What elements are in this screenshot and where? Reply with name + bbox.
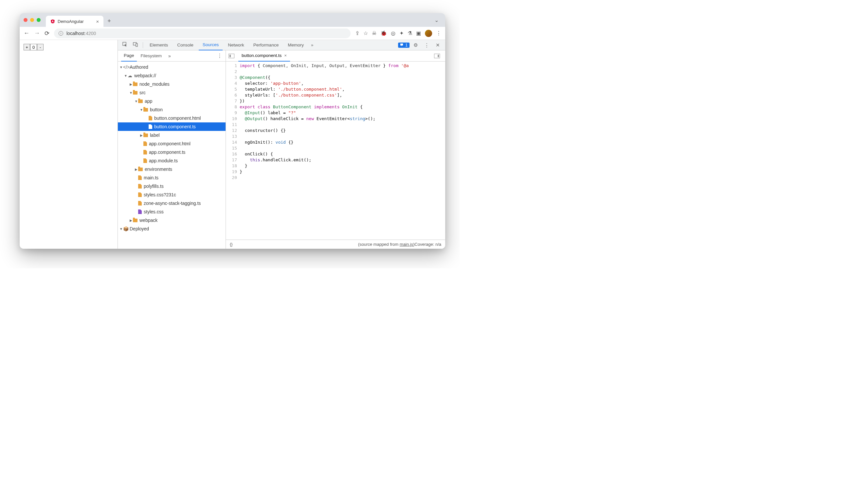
- close-window-button[interactable]: [23, 18, 28, 22]
- tree-folder[interactable]: ▼button: [118, 105, 226, 114]
- tree-file[interactable]: zone-async-stack-tagging.ts: [118, 199, 226, 208]
- editor-tabs: button.component.ts ×: [226, 50, 445, 61]
- source-lines: import { Component, OnInit, Input, Outpu…: [240, 61, 445, 239]
- url-port: :4200: [85, 31, 96, 36]
- sidebar-more-icon[interactable]: »: [168, 53, 171, 58]
- extension-icon[interactable]: 🐞: [380, 30, 387, 36]
- sidebar-tab-filesystem[interactable]: Filesystem: [138, 50, 165, 61]
- devtools-panel: Elements Console Sources Network Perform…: [118, 40, 445, 249]
- browser-tab[interactable]: DemoAngular ×: [46, 16, 104, 27]
- tree-folder[interactable]: ▶webpack: [118, 216, 226, 224]
- tree-folder[interactable]: ▶environments: [118, 165, 226, 174]
- tab-performance[interactable]: Performance: [249, 40, 283, 50]
- editor-tab[interactable]: button.component.ts ×: [238, 50, 290, 61]
- tree-file[interactable]: polyfills.ts: [118, 182, 226, 191]
- toggle-navigator-icon[interactable]: [229, 54, 234, 58]
- window-controls: [23, 18, 41, 22]
- menu-kebab-icon[interactable]: ⋮: [436, 30, 441, 36]
- counter-widget: + 0 -: [23, 44, 113, 50]
- svg-rect-4: [136, 43, 138, 47]
- more-tabs-icon[interactable]: »: [309, 42, 315, 48]
- bookmark-icon[interactable]: ☆: [363, 30, 368, 36]
- extensions-puzzle-icon[interactable]: ✦: [399, 30, 404, 36]
- editor-statusbar: {} (source mapped from main.js) Coverage…: [226, 239, 445, 249]
- labs-icon[interactable]: ⚗: [408, 30, 412, 36]
- device-toolbar-icon[interactable]: [131, 42, 140, 48]
- sources-sidebar: Page Filesystem » ⋮ ▼</>Authored ▼☁webpa…: [118, 50, 226, 249]
- toggle-debugger-icon[interactable]: [434, 54, 440, 58]
- close-editor-tab-icon[interactable]: ×: [284, 53, 287, 58]
- tree-folder[interactable]: ▶label: [118, 131, 226, 140]
- share-icon[interactable]: ⇪: [355, 30, 359, 36]
- close-devtools-icon[interactable]: ✕: [433, 42, 443, 48]
- editor-area: button.component.ts × 123456789101112131…: [226, 50, 445, 249]
- tab-network[interactable]: Network: [224, 40, 248, 50]
- code-editor[interactable]: 1234567891011121314151617181920 import {…: [226, 61, 445, 239]
- line-gutter: 1234567891011121314151617181920: [226, 61, 240, 239]
- new-tab-button[interactable]: +: [107, 18, 111, 24]
- tree-group-deployed[interactable]: ▼📦Deployed: [118, 224, 226, 233]
- sidebar-tabs: Page Filesystem » ⋮: [118, 50, 226, 61]
- close-tab-icon[interactable]: ×: [96, 19, 99, 24]
- forward-button[interactable]: →: [34, 30, 40, 37]
- counter-value: 0: [30, 44, 37, 50]
- devtools-menu-icon[interactable]: ⋮: [422, 42, 432, 48]
- angular-favicon-icon: [50, 19, 55, 23]
- tab-strip: DemoAngular × + ⌄: [20, 13, 445, 27]
- devtools-body: Page Filesystem » ⋮ ▼</>Authored ▼☁webpa…: [118, 50, 445, 249]
- tree-file[interactable]: button.component.html: [118, 114, 226, 122]
- toolbar-icons: ⇪ ☆ ☠ 🐞 ◎ ✦ ⚗ ▣ ⋮: [355, 30, 441, 37]
- source-map-link[interactable]: main.js: [400, 242, 413, 247]
- tree-folder[interactable]: ▶node_modules: [118, 80, 226, 88]
- page-content: + 0 -: [20, 40, 118, 249]
- coverage-info: Coverage: n/a: [414, 242, 441, 247]
- tree-file[interactable]: app.component.ts: [118, 148, 226, 157]
- extension-icon[interactable]: ☠: [372, 30, 376, 36]
- address-bar[interactable]: i localhost:4200: [54, 29, 351, 38]
- tree-file[interactable]: app.component.html: [118, 140, 226, 148]
- content-area: + 0 - Elements Console Sources Network P…: [20, 40, 445, 249]
- sidepanel-icon[interactable]: ▣: [416, 30, 421, 36]
- tree-group-authored[interactable]: ▼</>Authored: [118, 63, 226, 71]
- increment-button[interactable]: +: [23, 44, 30, 50]
- tree-folder[interactable]: ▼app: [118, 97, 226, 105]
- tab-elements[interactable]: Elements: [146, 40, 172, 50]
- reload-button[interactable]: ⟳: [44, 30, 50, 37]
- sidebar-tab-page[interactable]: Page: [121, 50, 137, 61]
- devtools-tabbar: Elements Console Sources Network Perform…: [118, 40, 445, 50]
- tab-console[interactable]: Console: [173, 40, 197, 50]
- tree-folder[interactable]: ▼src: [118, 88, 226, 97]
- tabs-dropdown-icon[interactable]: ⌄: [434, 17, 439, 23]
- tree-file-selected[interactable]: button.component.ts: [118, 122, 226, 131]
- tree-file[interactable]: app.module.ts: [118, 157, 226, 165]
- extension-icon[interactable]: ◎: [391, 30, 395, 36]
- tree-file[interactable]: styles.css: [118, 208, 226, 216]
- tab-title: DemoAngular: [58, 19, 84, 24]
- minimize-window-button[interactable]: [30, 18, 34, 22]
- maximize-window-button[interactable]: [37, 18, 41, 22]
- decrement-button[interactable]: -: [37, 44, 43, 50]
- browser-toolbar: ← → ⟳ i localhost:4200 ⇪ ☆ ☠ 🐞 ◎ ✦ ⚗ ▣ ⋮: [20, 27, 445, 40]
- tree-item-webpack[interactable]: ▼☁webpack://: [118, 71, 226, 80]
- sidebar-menu-icon[interactable]: ⋮: [217, 53, 222, 59]
- tree-file[interactable]: styles.css?231c: [118, 191, 226, 199]
- url-host: localhost: [67, 31, 85, 36]
- tab-sources[interactable]: Sources: [199, 40, 223, 50]
- file-tree: ▼</>Authored ▼☁webpack:// ▶node_modules …: [118, 61, 226, 249]
- profile-avatar[interactable]: [425, 30, 432, 37]
- back-button[interactable]: ←: [23, 30, 30, 37]
- inspect-element-icon[interactable]: [121, 42, 130, 48]
- separator: [143, 42, 143, 48]
- pretty-print-icon[interactable]: {}: [230, 242, 233, 247]
- settings-gear-icon[interactable]: ⚙: [411, 42, 420, 48]
- tab-memory[interactable]: Memory: [284, 40, 308, 50]
- site-info-icon[interactable]: i: [59, 31, 63, 36]
- issues-badge[interactable]: 1: [398, 42, 410, 48]
- source-map-info: (source mapped from main.js): [358, 242, 415, 247]
- browser-window: DemoAngular × + ⌄ ← → ⟳ i localhost:4200…: [20, 13, 445, 249]
- tree-file[interactable]: main.ts: [118, 174, 226, 182]
